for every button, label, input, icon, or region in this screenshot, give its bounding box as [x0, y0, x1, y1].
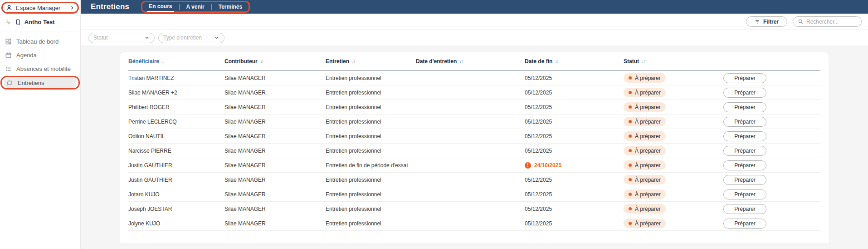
prepare-button[interactable]: Préparer: [723, 175, 766, 185]
top-bar: Entretiens En cours A venir Terminés: [81, 0, 868, 14]
beneficiary-cell: Narcisse PIERRE: [128, 148, 224, 154]
column-header-date-entretien[interactable]: Date d'entretien ↓↑: [416, 58, 525, 65]
status-badge: À préparer: [624, 189, 666, 199]
status-label: À préparer: [635, 220, 661, 227]
status-badge: À préparer: [624, 146, 666, 155]
sidebar-item-agenda[interactable]: Agenda: [2, 49, 78, 61]
tab-a-venir[interactable]: A venir: [185, 3, 206, 11]
status-cell: À préparer: [624, 175, 723, 184]
column-label: Entretien: [326, 58, 349, 65]
prepare-button[interactable]: Préparer: [723, 73, 766, 83]
tab-termines[interactable]: Terminés: [217, 3, 244, 11]
sort-icon[interactable]: ↓↑: [642, 59, 645, 64]
filter-button-label: Filtrer: [763, 19, 779, 25]
sort-icon[interactable]: ↓: [162, 59, 164, 64]
beneficiary-cell: Joseph JOESTAR: [128, 206, 224, 212]
status-badge: À préparer: [624, 73, 666, 83]
status-cell: À préparer: [624, 117, 723, 126]
status-cell: À préparer: [624, 146, 723, 155]
sort-icon[interactable]: ↓↑: [555, 59, 558, 64]
prepare-button[interactable]: Préparer: [723, 117, 766, 127]
chevron-right-icon[interactable]: [69, 5, 75, 10]
status-dot-icon: [629, 76, 632, 80]
status-dot-icon: [629, 207, 632, 210]
sort-icon[interactable]: ↓↑: [459, 59, 463, 64]
sidebar-item-label: Absences et mobilité: [16, 65, 71, 72]
status-dot-icon: [629, 120, 632, 123]
sidebar-item-entretiens[interactable]: Entretiens: [0, 76, 80, 90]
table-body: Tristan MARTINEZ Silae MANAGER Entretien…: [128, 71, 820, 231]
prepare-button[interactable]: Préparer: [723, 189, 766, 199]
status-dot-icon: [629, 105, 632, 109]
action-cell: Préparer: [723, 117, 820, 127]
status-label: À préparer: [635, 90, 661, 96]
status-cell: À préparer: [624, 219, 723, 228]
sidebar-item-tableau-de-bord[interactable]: Tableau de bord: [2, 35, 78, 48]
interview-type-cell: Entretien professionnel: [326, 191, 416, 198]
prepare-button[interactable]: Préparer: [723, 131, 766, 141]
sort-icon[interactable]: ↓↑: [260, 59, 263, 64]
type-select-placeholder: Type d'entretien: [163, 35, 202, 41]
column-header-contributeur[interactable]: Contributeur ↓↑: [224, 58, 326, 65]
table-row: Tristan MARTINEZ Silae MANAGER Entretien…: [128, 71, 820, 85]
sub-level-arrow-icon: ↳: [5, 18, 11, 25]
status-label: À préparer: [635, 133, 661, 139]
contributor-cell: Silae MANAGER: [224, 220, 326, 227]
interview-type-cell: Entretien professionnel: [326, 119, 416, 125]
status-cell: À préparer: [624, 102, 723, 112]
person-icon: [5, 4, 13, 11]
column-label: Contributeur: [224, 58, 258, 65]
toolbar: Filtrer: [81, 14, 868, 30]
status-dot-icon: [629, 178, 632, 181]
status-dot-icon: [629, 134, 632, 138]
column-label: Date de fin: [525, 58, 552, 65]
action-cell: Préparer: [723, 131, 820, 141]
end-date-cell: 05/12/2025: [525, 177, 624, 183]
table-row: Jolyne KUJO Silae MANAGER Entretien prof…: [128, 216, 820, 231]
prepare-button[interactable]: Préparer: [723, 146, 766, 156]
search-input[interactable]: [806, 19, 857, 25]
interviews-card: Bénéficiaire ↓ Contributeur ↓↑ Entretien…: [120, 52, 829, 243]
end-date-value: 05/12/2025: [525, 104, 552, 110]
column-header-date-fin[interactable]: Date de fin ↓↑: [525, 58, 624, 65]
account-row[interactable]: ↳ Antho Test: [5, 16, 80, 27]
end-date-cell: 05/12/2025: [525, 220, 624, 227]
action-cell: Préparer: [723, 160, 820, 170]
interview-type-cell: Entretien professionnel: [326, 177, 416, 183]
prepare-button[interactable]: Préparer: [723, 102, 766, 112]
status-label: À préparer: [635, 206, 661, 212]
end-date-cell: 05/12/2025: [525, 75, 624, 81]
column-header-beneficiaire[interactable]: Bénéficiaire ↓: [128, 58, 224, 65]
status-label: À préparer: [635, 162, 661, 169]
prepare-button[interactable]: Préparer: [723, 204, 766, 214]
type-select[interactable]: Type d'entretien: [158, 33, 224, 43]
tab-separator: [179, 4, 180, 10]
action-cell: Préparer: [723, 88, 820, 98]
tab-en-cours[interactable]: En cours: [147, 2, 174, 12]
sort-icon[interactable]: ↓↑: [352, 59, 355, 64]
status-badge: À préparer: [624, 219, 666, 228]
status-label: À préparer: [635, 177, 661, 183]
column-header-entretien[interactable]: Entretien ↓↑: [326, 58, 416, 65]
interview-type-cell: Entretien professionnel: [326, 133, 416, 139]
action-cell: Préparer: [723, 219, 820, 229]
action-cell: Préparer: [723, 146, 820, 156]
status-label: À préparer: [635, 148, 661, 154]
status-badge: À préparer: [624, 102, 666, 112]
contributor-cell: Silae MANAGER: [224, 104, 326, 110]
beneficiary-cell: Jolyne KUJO: [128, 220, 224, 227]
prepare-button[interactable]: Préparer: [723, 160, 766, 170]
table-header: Bénéficiaire ↓ Contributeur ↓↑ Entretien…: [128, 52, 820, 71]
prepare-button[interactable]: Préparer: [723, 88, 766, 98]
workspace-switcher[interactable]: Espace Manager: [1, 2, 79, 14]
sidebar-item-absences-et-mobilite[interactable]: Absences et mobilité: [2, 62, 78, 75]
column-header-statut[interactable]: Statut ↓↑: [624, 58, 723, 65]
chat-bubble-icon: [6, 80, 13, 86]
sidebar-item-label: Agenda: [16, 52, 37, 59]
end-date-value: 05/12/2025: [525, 119, 552, 125]
filter-button[interactable]: Filtrer: [746, 16, 787, 27]
status-select[interactable]: Statut: [88, 33, 155, 43]
contributor-cell: Silae MANAGER: [224, 90, 326, 96]
prepare-button[interactable]: Préparer: [723, 219, 766, 229]
status-badge: À préparer: [624, 88, 666, 97]
